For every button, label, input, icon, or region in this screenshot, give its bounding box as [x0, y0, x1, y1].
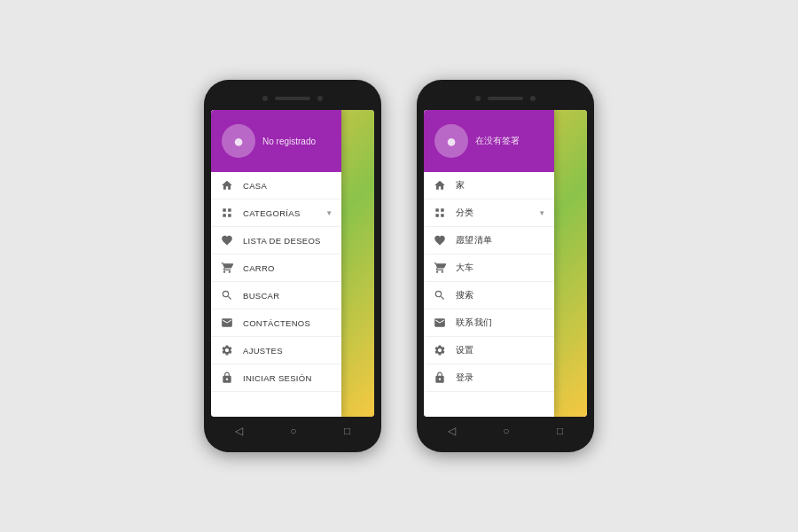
menu-label-spanish-3: CARRO [243, 263, 332, 273]
drawer-header-spanish: ● No registrado [211, 110, 341, 172]
menu-item-spanish-7[interactable]: INICIAR SESIÓN [211, 364, 341, 392]
menu-label-chinese-4: 搜索 [456, 290, 545, 301]
phone-top-bar-chinese [424, 90, 587, 106]
avatar-icon-chinese: ● [446, 131, 457, 152]
menu-label-spanish-4: BUSCAR [243, 291, 332, 301]
phone-chinese: ● 在没有签署 家 [417, 80, 594, 452]
menu-items-chinese: 家 分类 ▼ 愿望清单 [424, 172, 554, 417]
nav-btn-spanish-2[interactable]: □ [344, 425, 350, 437]
nav-btn-spanish-1[interactable]: ○ [290, 425, 296, 437]
avatar-chinese: ● [434, 124, 468, 158]
menu-label-chinese-0: 家 [456, 180, 545, 192]
menu-item-spanish-5[interactable]: CONTÁCTENOS [211, 309, 341, 337]
menu-label-chinese-1: 分类 [456, 207, 529, 219]
menu-item-spanish-0[interactable]: CASA [211, 172, 341, 200]
menu-icon-chinese-6 [433, 343, 447, 357]
nav-btn-chinese-2[interactable]: □ [557, 425, 563, 437]
menu-icon-chinese-3 [433, 261, 447, 275]
menu-item-spanish-2[interactable]: LISTA DE DESEOS [211, 227, 341, 254]
menu-icon-spanish-2 [220, 233, 234, 247]
menu-item-chinese-3[interactable]: 大车 [424, 254, 554, 282]
menu-icon-spanish-5 [220, 316, 234, 330]
menu-icon-chinese-1 [433, 206, 447, 220]
menu-icon-spanish-0 [220, 178, 234, 192]
menu-icon-chinese-5 [433, 316, 447, 330]
nav-btn-chinese-0[interactable]: ◁ [448, 425, 456, 437]
menu-items-spanish: CASA CATEGORÍAS ▼ [211, 172, 341, 417]
menu-icon-chinese-2 [433, 233, 447, 247]
menu-item-spanish-6[interactable]: AJUSTES [211, 337, 341, 364]
menu-label-spanish-6: AJUSTES [243, 346, 332, 356]
menu-item-spanish-4[interactable]: BUSCAR [211, 282, 341, 309]
menu-item-chinese-7[interactable]: 登录 [424, 364, 554, 392]
phone-spanish: ● No registrado CASA [204, 80, 381, 452]
menu-item-chinese-1[interactable]: 分类 ▼ [424, 200, 554, 227]
menu-icon-chinese-0 [433, 178, 447, 192]
menu-icon-chinese-7 [433, 371, 447, 385]
drawer-header-chinese: ● 在没有签署 [424, 110, 554, 172]
menu-item-chinese-5[interactable]: 联系我们 [424, 309, 554, 337]
camera2-chinese [530, 96, 536, 101]
menu-item-chinese-0[interactable]: 家 [424, 172, 554, 200]
menu-icon-spanish-4 [220, 288, 234, 302]
drawer-spanish: ● No registrado CASA [211, 110, 341, 417]
menu-label-spanish-7: INICIAR SESIÓN [243, 373, 332, 383]
speaker-spanish [275, 97, 310, 100]
nav-bar-chinese: ◁○□ [424, 420, 587, 442]
avatar-spanish: ● [222, 124, 255, 158]
menu-label-spanish-1: CATEGORÍAS [243, 208, 317, 218]
menu-item-spanish-3[interactable]: CARRO [211, 254, 341, 282]
user-name-spanish: No registrado [262, 137, 316, 146]
menu-icon-spanish-3 [220, 261, 234, 275]
screen-chinese: ● 在没有签署 家 [424, 110, 587, 417]
menu-label-spanish-0: CASA [243, 181, 332, 191]
menu-icon-spanish-6 [220, 343, 234, 357]
menu-item-chinese-6[interactable]: 设置 [424, 337, 554, 364]
phones-container: ● No registrado CASA [204, 80, 594, 452]
camera2-spanish [317, 96, 323, 101]
avatar-icon-spanish: ● [233, 131, 244, 152]
menu-label-chinese-2: 愿望清单 [456, 235, 545, 246]
menu-label-chinese-3: 大车 [456, 262, 545, 274]
menu-icon-chinese-4 [433, 288, 447, 302]
phone-top-bar-spanish [211, 90, 374, 106]
menu-icon-spanish-1 [220, 206, 234, 220]
menu-arrow-chinese-1: ▼ [538, 209, 545, 217]
menu-item-chinese-2[interactable]: 愿望清单 [424, 227, 554, 254]
menu-label-chinese-7: 登录 [456, 372, 545, 384]
nav-bar-spanish: ◁○□ [211, 420, 374, 442]
user-name-chinese: 在没有签署 [475, 135, 520, 147]
menu-label-spanish-2: LISTA DE DESEOS [243, 236, 332, 246]
nav-btn-chinese-1[interactable]: ○ [503, 425, 509, 437]
menu-item-spanish-1[interactable]: CATEGORÍAS ▼ [211, 200, 341, 227]
screen-spanish: ● No registrado CASA [211, 110, 374, 417]
menu-item-chinese-4[interactable]: 搜索 [424, 282, 554, 309]
menu-icon-spanish-7 [220, 371, 234, 385]
menu-label-spanish-5: CONTÁCTENOS [243, 318, 332, 328]
camera-spanish [262, 96, 268, 101]
drawer-chinese: ● 在没有签署 家 [424, 110, 554, 417]
menu-label-chinese-6: 设置 [456, 345, 545, 356]
camera-chinese [475, 96, 481, 101]
menu-arrow-spanish-1: ▼ [325, 209, 332, 217]
nav-btn-spanish-0[interactable]: ◁ [235, 425, 243, 437]
speaker-chinese [488, 97, 523, 100]
menu-label-chinese-5: 联系我们 [456, 317, 545, 329]
